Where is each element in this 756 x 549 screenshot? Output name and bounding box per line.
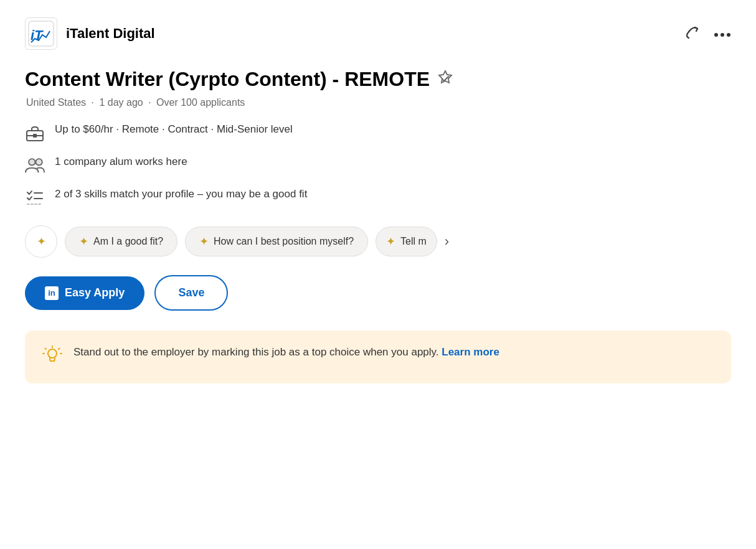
- more-options-icon[interactable]: [714, 26, 731, 42]
- svg-point-3: [721, 33, 724, 37]
- job-compensation-text: Up to $60/hr · Remote · Contract · Mid-S…: [55, 122, 293, 137]
- sparkle-icon: ✦: [37, 235, 46, 248]
- ai-prompts-section: ✦ ✦ Am I a good fit? ✦ How can I best po…: [25, 225, 731, 258]
- company-info: iT iTalent Digital: [25, 17, 155, 50]
- banner-text: Stand out to the employer by marking thi…: [73, 344, 499, 360]
- company-logo: iT: [25, 17, 57, 50]
- job-card: iT iTalent Digital: [0, 0, 756, 549]
- ai-prompt-tell-button[interactable]: ✦ Tell m: [376, 227, 437, 256]
- chevron-right-icon[interactable]: ›: [445, 233, 449, 250]
- svg-line-17: [59, 349, 60, 350]
- job-details-alum: 1 company alum works here: [25, 154, 731, 176]
- header: iT iTalent Digital: [25, 17, 731, 50]
- learn-more-link[interactable]: Learn more: [442, 346, 499, 358]
- share-icon[interactable]: [683, 22, 701, 45]
- alum-text: 1 company alum works here: [55, 154, 187, 169]
- job-details-compensation: Up to $60/hr · Remote · Contract · Mid-S…: [25, 122, 731, 143]
- ai-prompt-position-button[interactable]: ✦ How can I best position myself?: [185, 227, 368, 256]
- skills-text: 2 of 3 skills match your profile – you m…: [55, 187, 307, 202]
- svg-point-4: [727, 33, 730, 37]
- svg-rect-7: [33, 134, 37, 138]
- lightbulb-icon: [42, 345, 62, 370]
- job-meta: United States · 1 day ago · Over 100 app…: [25, 97, 731, 108]
- action-buttons: in Easy Apply Save: [25, 275, 731, 311]
- svg-point-2: [714, 33, 718, 37]
- job-title: Content Writer (Cyrpto Content) - REMOTE: [25, 67, 731, 91]
- verified-badge-icon: [436, 70, 455, 88]
- people-icon: [25, 156, 45, 176]
- easy-apply-button[interactable]: in Easy Apply: [25, 276, 144, 310]
- header-actions: [683, 22, 731, 45]
- svg-point-9: [35, 159, 42, 166]
- ai-main-button[interactable]: ✦: [25, 225, 57, 258]
- sparkle-icon: ✦: [199, 235, 209, 248]
- sparkle-icon: ✦: [386, 235, 395, 248]
- company-name: iTalent Digital: [66, 26, 155, 42]
- svg-point-8: [29, 159, 35, 166]
- svg-point-13: [48, 349, 57, 358]
- linkedin-icon: in: [45, 286, 59, 300]
- sparkle-icon: ✦: [79, 235, 88, 248]
- job-details-skills: 2 of 3 skills match your profile – you m…: [25, 187, 731, 208]
- ai-prompt-fit-button[interactable]: ✦ Am I a good fit?: [65, 227, 177, 256]
- top-choice-banner: Stand out to the employer by marking thi…: [25, 331, 731, 383]
- skills-checklist-icon: [25, 188, 45, 208]
- save-button[interactable]: Save: [154, 275, 228, 311]
- svg-line-16: [45, 349, 47, 350]
- briefcase-icon: [25, 123, 45, 143]
